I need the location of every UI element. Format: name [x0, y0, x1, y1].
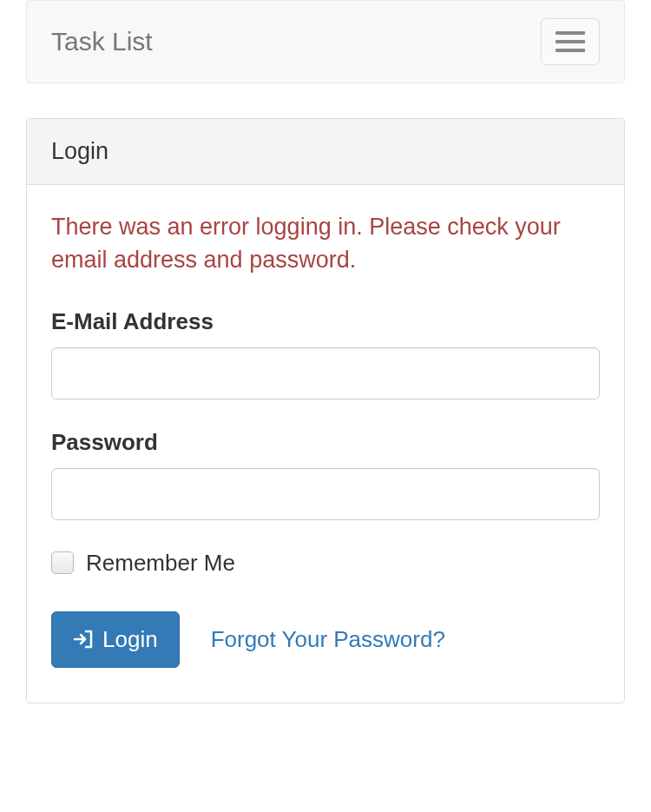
- remember-me-label: Remember Me: [86, 550, 235, 577]
- panel-body: There was an error logging in. Please ch…: [27, 185, 624, 703]
- login-button[interactable]: Login: [51, 611, 180, 668]
- panel-heading: Login: [27, 119, 624, 185]
- navbar-brand[interactable]: Task List: [51, 27, 153, 56]
- hamburger-icon: [556, 31, 585, 35]
- error-message: There was an error logging in. Please ch…: [51, 211, 600, 277]
- hamburger-menu-button[interactable]: [541, 18, 600, 65]
- email-label: E-Mail Address: [51, 308, 600, 335]
- remember-me-checkbox[interactable]: [51, 551, 74, 574]
- navbar: Task List: [26, 0, 625, 83]
- hamburger-icon: [556, 49, 585, 52]
- hamburger-icon: [556, 40, 585, 43]
- login-button-label: Login: [102, 626, 158, 653]
- email-field[interactable]: [51, 347, 600, 399]
- sign-in-icon: [73, 630, 94, 649]
- password-field[interactable]: [51, 468, 600, 520]
- remember-me-row: Remember Me: [51, 550, 600, 577]
- button-row: Login Forgot Your Password?: [51, 611, 600, 668]
- email-form-group: E-Mail Address: [51, 308, 600, 399]
- login-panel: Login There was an error logging in. Ple…: [26, 118, 625, 703]
- forgot-password-link[interactable]: Forgot Your Password?: [211, 626, 445, 653]
- password-form-group: Password: [51, 429, 600, 520]
- password-label: Password: [51, 429, 600, 456]
